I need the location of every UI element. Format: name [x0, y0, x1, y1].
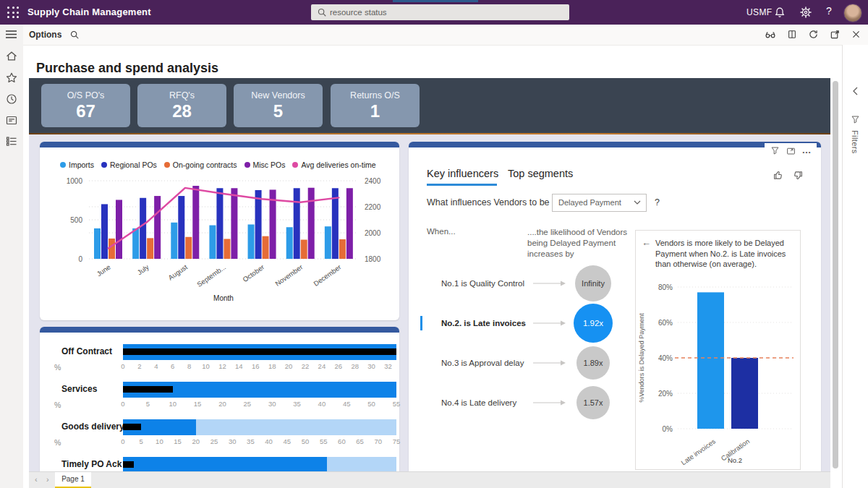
legend-item[interactable]: Regional POs — [101, 160, 157, 169]
hamburger-menu-icon[interactable] — [5, 29, 17, 43]
influencer-value-circle[interactable]: 1.57x — [576, 386, 610, 419]
glasses-icon[interactable] — [765, 30, 776, 40]
bullet-bar[interactable] — [123, 344, 396, 360]
column-bar[interactable] — [101, 204, 108, 259]
column-bar[interactable] — [224, 239, 230, 259]
bullet-bar[interactable] — [123, 419, 396, 435]
column-bar[interactable] — [147, 238, 153, 259]
column-bar[interactable] — [301, 240, 307, 259]
arrow-head — [561, 401, 566, 406]
column-bar[interactable] — [248, 224, 255, 259]
options-menu-button[interactable]: Options — [29, 30, 61, 40]
comparison-bar[interactable] — [731, 358, 758, 429]
column-bar[interactable] — [216, 188, 223, 259]
user-avatar[interactable] — [843, 4, 862, 22]
company-selector[interactable]: USMF — [746, 7, 773, 17]
column-bar[interactable] — [263, 236, 269, 259]
influencer-row[interactable]: No.3 is Approval delay1.89x — [409, 345, 634, 381]
column-bar[interactable] — [140, 198, 146, 259]
bullet-axis: 051015202530354045505560657075 — [123, 437, 396, 446]
comparison-bar[interactable] — [697, 292, 724, 429]
report-page-bar: ‹ › Page 1 — [29, 471, 830, 488]
column-bar[interactable] — [209, 226, 216, 259]
column-bar[interactable] — [325, 226, 331, 259]
column-bar[interactable] — [178, 196, 184, 259]
left-arrow-icon: ← — [642, 237, 651, 248]
attachments-icon[interactable] — [787, 29, 797, 40]
influencer-value-circle[interactable]: 1.89x — [576, 346, 610, 380]
influencer-row[interactable]: No.4 is Late delivery1.57x — [409, 385, 634, 421]
kpi-tile-new-vendors[interactable]: New Vendors 5 — [234, 84, 323, 127]
filters-funnel-icon[interactable] — [851, 114, 860, 127]
favorites-star-icon[interactable] — [5, 72, 18, 87]
column-bar[interactable] — [185, 237, 192, 259]
global-search-box[interactable] — [311, 4, 569, 20]
legend-label: Regional POs — [110, 160, 157, 169]
home-icon[interactable] — [5, 50, 18, 65]
legend-item[interactable]: Avg deliveries on-time — [292, 160, 375, 169]
next-page-arrow-icon[interactable]: › — [46, 475, 49, 484]
legend-item[interactable]: Imports — [60, 160, 94, 169]
kpi-tile-returns-os[interactable]: Returns O/S 1 — [331, 84, 420, 127]
vertical-scrollbar[interactable] — [833, 81, 838, 468]
bullet-bar[interactable] — [123, 457, 396, 473]
influencer-row[interactable]: No.1 is Quality ControlInfinity — [409, 265, 634, 301]
settings-gear-icon[interactable] — [800, 7, 812, 21]
page-tab[interactable]: Page 1 — [55, 472, 91, 488]
legend-item[interactable]: On-going contracts — [164, 160, 237, 169]
expand-filters-chevron-icon[interactable] — [852, 85, 859, 98]
bullet-bar[interactable] — [123, 382, 396, 398]
legend-dot — [244, 162, 250, 168]
more-options-icon[interactable]: … — [802, 147, 812, 153]
bullet-axis-tick-label: 30 — [268, 400, 276, 408]
filter-funnel-icon[interactable] — [770, 146, 780, 155]
kpi-label: New Vendors — [234, 90, 323, 100]
notifications-bell-icon[interactable] — [774, 7, 786, 21]
focus-mode-icon[interactable] — [786, 146, 796, 155]
influencer-help-icon[interactable]: ? — [655, 197, 660, 207]
column-bar[interactable] — [346, 188, 353, 259]
kpi-label: RFQ's — [137, 90, 226, 100]
column-bar[interactable] — [94, 228, 101, 259]
influencer-value-circle[interactable]: Infinity — [575, 265, 611, 301]
workspaces-icon[interactable] — [5, 114, 18, 129]
kpi-tile-rfqs[interactable]: RFQ's 28 — [137, 84, 226, 127]
refresh-icon[interactable] — [808, 29, 819, 40]
legend-label: Avg deliveries on-time — [301, 160, 375, 169]
column-bar[interactable] — [286, 227, 293, 259]
close-icon[interactable] — [851, 30, 861, 39]
bullet-axis-tick-label: 28 — [351, 362, 359, 370]
column-bar[interactable] — [171, 223, 177, 259]
previous-page-arrow-icon[interactable]: ‹ — [35, 475, 38, 484]
modules-list-icon[interactable] — [5, 135, 18, 150]
column-bar[interactable] — [255, 190, 262, 259]
app-launcher-waffle-icon[interactable] — [7, 7, 20, 19]
metric-dropdown-value: Delayed Payment — [558, 198, 621, 207]
column-bar[interactable] — [231, 188, 237, 259]
open-in-new-window-icon[interactable] — [830, 29, 841, 40]
influencer-value-circle[interactable]: 1.92x — [574, 304, 613, 343]
column-bar[interactable] — [192, 186, 199, 259]
global-search-input[interactable] — [311, 4, 569, 20]
legend-item[interactable]: Misc POs — [244, 160, 286, 169]
column-bar[interactable] — [154, 196, 161, 259]
thumbs-up-icon[interactable] — [773, 169, 785, 181]
influencer-row[interactable]: No.2. is Late invoices1.92x — [409, 305, 634, 341]
bullet-axis-tick-label: 16 — [252, 362, 260, 370]
column-bar[interactable] — [132, 228, 139, 259]
supply-chain-app: Supply Chain Management USMF ? Options — [0, 0, 868, 488]
bullet-value-bar — [123, 386, 173, 393]
column-bar[interactable] — [308, 188, 315, 259]
column-bar[interactable] — [116, 200, 122, 259]
thumbs-down-icon[interactable] — [791, 169, 804, 181]
column-bar[interactable] — [339, 239, 346, 259]
kpi-tile-os-pos[interactable]: O/S PO's 67 — [41, 84, 130, 127]
recent-clock-icon[interactable] — [5, 93, 18, 108]
help-icon[interactable]: ? — [826, 5, 832, 17]
column-bar[interactable] — [294, 188, 300, 259]
tab-top-segments[interactable]: Top segments — [508, 168, 573, 179]
form-search-icon[interactable] — [69, 30, 80, 43]
metric-dropdown[interactable]: Delayed Payment — [552, 194, 647, 212]
tab-key-influencers[interactable]: Key influencers — [427, 168, 498, 179]
column-bar[interactable] — [109, 239, 115, 259]
